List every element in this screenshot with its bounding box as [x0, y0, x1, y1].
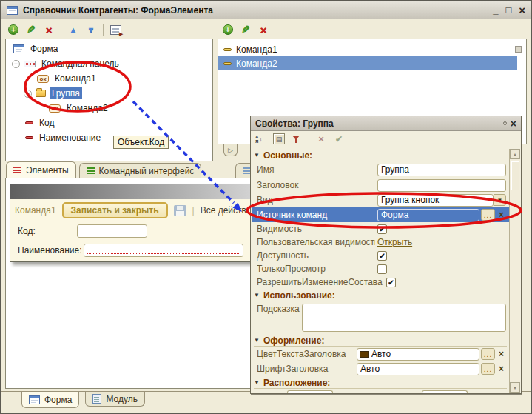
pin-icon[interactable] [503, 121, 507, 125]
property-row-title-color[interactable]: ЦветТекстаЗаголовка Авто ... × [252, 347, 509, 361]
open-link[interactable]: Открыть [377, 237, 412, 247]
preview-command1-button[interactable]: Команда1 [15, 205, 56, 216]
list-item-label: Команда1 [236, 44, 277, 55]
check-form-button[interactable] [108, 23, 123, 37]
header-input[interactable] [377, 179, 506, 192]
scroll-down-button[interactable]: ▼ [510, 382, 520, 393]
hint-textarea[interactable] [302, 304, 506, 332]
property-row-title-font[interactable]: ШрифтЗаголовка ... × [252, 361, 509, 376]
sort-categories-button[interactable]: ▤ [272, 132, 286, 146]
tab-module[interactable]: Модуль [85, 392, 145, 407]
move-down-button[interactable]: ▼ [84, 23, 98, 37]
dropdown-button[interactable]: ▼ [494, 194, 506, 206]
property-row-kind[interactable]: Вид ▼ [252, 193, 509, 207]
pencil-icon: ✎ [241, 24, 250, 36]
list-item[interactable]: Команда1 [218, 42, 526, 56]
tree-item-command-bar[interactable]: − Командная панель [6, 56, 212, 71]
section-layout[interactable]: ▼ Расположение: [254, 377, 507, 389]
name-field[interactable] [84, 244, 243, 257]
property-row-allow-change[interactable]: РазрешитьИзменениеСостава ✔ [252, 276, 509, 289]
collapse-icon[interactable]: − [12, 60, 20, 68]
properties-scrollbar[interactable]: ▲ ▼ [509, 149, 520, 393]
section-appearance[interactable]: ▼ Оформление: [254, 335, 507, 347]
kind-input[interactable] [377, 194, 494, 207]
scroll-up-button[interactable]: ▲ [510, 149, 520, 159]
property-row-visible[interactable]: Видимость ✔ [252, 222, 509, 236]
property-row-name[interactable]: Имя [252, 161, 509, 178]
all-actions-button[interactable]: Все действ [201, 205, 246, 216]
choose-button[interactable]: ... [481, 209, 495, 221]
readonly-checkbox[interactable] [377, 264, 387, 274]
clear-icon[interactable]: × [496, 210, 506, 220]
move-up-button[interactable]: ▲ [66, 23, 81, 37]
form-tab-icon [29, 395, 40, 404]
clear-icon[interactable]: × [496, 364, 506, 374]
visible-checkbox[interactable]: ✔ [377, 224, 387, 234]
tab-label: Элементы [26, 165, 69, 176]
elements-tree-panel: Форма − Командная панель ок Команда1 − Г… [5, 39, 213, 161]
tree-toolbar: + ✎ × ▲ ▼ [6, 21, 123, 38]
list-item-selected[interactable]: Команда2 [218, 56, 517, 70]
code-field-label: Код: [18, 226, 77, 236]
section-main[interactable]: ▼ Основные: [254, 150, 507, 161]
code-field[interactable] [77, 224, 147, 238]
property-row-readonly[interactable]: ТолькоПросмотр [252, 262, 509, 276]
tree-item-code[interactable]: Код [6, 116, 212, 130]
allow-change-checkbox[interactable]: ✔ [386, 278, 396, 287]
tree-item-label: Наименование [37, 132, 103, 144]
choose-button[interactable]: ... [481, 348, 495, 360]
title-font-input[interactable] [357, 363, 479, 375]
arrow-up-icon: ▲ [70, 25, 78, 34]
minimize-button[interactable]: _ [493, 5, 498, 15]
clear-icon[interactable]: × [496, 349, 506, 359]
command-interface-tab-icon [87, 167, 95, 175]
tab-elements[interactable]: Элементы [6, 161, 76, 178]
property-row-command-source[interactable]: Источник команд ... × [252, 207, 509, 222]
edit-button[interactable]: ✎ [24, 23, 38, 37]
property-row-user-visible[interactable]: Пользовательская видимость Открыть [252, 236, 509, 249]
form-icon [13, 44, 24, 53]
play-icon: ▷ [228, 147, 233, 154]
tree-item-label: Команда2 [64, 102, 110, 114]
section-usage[interactable]: ▼ Использование: [254, 290, 507, 301]
name-input[interactable] [377, 164, 506, 176]
scrollbar-thumb[interactable] [511, 161, 519, 190]
pencil-icon: ✎ [27, 24, 36, 36]
apply-edit-button[interactable]: ✔ [331, 132, 346, 146]
save-close-button[interactable]: Записать и закрыть [62, 202, 168, 218]
choose-button[interactable]: ... [481, 363, 495, 375]
filter-button[interactable] [289, 132, 304, 146]
close-button[interactable]: × [519, 5, 525, 15]
tab-command-interface[interactable]: Командный интерфейс [79, 163, 202, 178]
sort-alphabetical-button[interactable]: АЯ ↓ [254, 132, 269, 146]
stretch-indicator [87, 253, 240, 254]
enabled-checkbox[interactable]: ✔ [377, 251, 387, 261]
close-icon[interactable]: × [511, 118, 516, 130]
edit-button[interactable]: ✎ [238, 23, 253, 37]
tree-item-form[interactable]: Форма [6, 41, 212, 56]
tab-label: Форма [44, 395, 72, 405]
form-preview-card: Команда1 Записать и закрыть | Все действ… [10, 184, 252, 262]
collapse-icon[interactable]: − [24, 90, 32, 98]
tree-item-group[interactable]: − Группа [6, 86, 212, 101]
delete-button[interactable]: × [256, 23, 271, 37]
delete-button[interactable]: × [41, 23, 56, 37]
add-button[interactable]: + [6, 23, 21, 37]
add-button[interactable]: + [220, 23, 235, 37]
property-row-enabled[interactable]: Доступность ✔ [252, 249, 509, 262]
command-source-input[interactable] [377, 209, 479, 221]
tree-item-name[interactable]: Наименование [6, 130, 212, 145]
property-row-hint[interactable]: Подсказка [252, 301, 509, 334]
scroll-down-icon: ▼ [513, 385, 518, 390]
tree-item-command2[interactable]: ок Команда2 [6, 101, 212, 116]
property-row-header[interactable]: Заголовок [252, 178, 509, 193]
arrow-down-icon: ▼ [87, 25, 95, 34]
cancel-edit-button[interactable]: × [314, 132, 329, 146]
save-icon[interactable] [174, 205, 186, 216]
use-checkbox[interactable] [515, 46, 522, 53]
tab-form[interactable]: Форма [21, 392, 79, 408]
datapath-tooltip: Объект.Код [113, 136, 169, 149]
tree-item-command1[interactable]: ок Команда1 [6, 71, 212, 86]
tab-scroll-button[interactable]: ▷ [223, 144, 238, 156]
maximize-button[interactable]: □ [505, 5, 511, 15]
